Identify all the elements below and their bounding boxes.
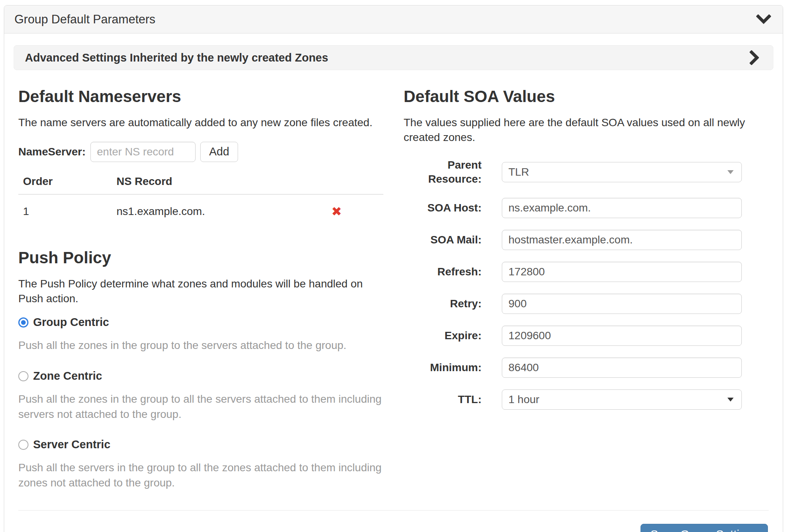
table-row: 1 ns1.example.com. ✖	[18, 194, 383, 223]
chevron-right-icon[interactable]	[750, 50, 759, 65]
column-header-order: Order	[18, 173, 112, 194]
add-nameserver-button[interactable]: Add	[200, 142, 238, 162]
group-default-parameters-panel: Group Default Parameters Advanced Settin…	[4, 5, 783, 532]
minimum-input[interactable]	[502, 358, 742, 378]
push-policy-heading: Push Policy	[18, 248, 383, 267]
column-header-action	[290, 173, 383, 194]
right-column: Default SOA Values The values supplied h…	[404, 87, 769, 491]
panel-body: Advanced Settings Inherited by the newly…	[4, 33, 783, 532]
ttl-label: TTL:	[404, 393, 482, 407]
expire-label: Expire:	[404, 329, 482, 343]
soa-mail-label: SOA Mail:	[404, 233, 482, 247]
panel-title: Group Default Parameters	[14, 12, 756, 26]
radio-option-zone-centric[interactable]: Zone Centric	[18, 370, 383, 382]
radio-description: Push all the zones in the group to all t…	[18, 392, 383, 422]
panel-footer: Save Group Settings	[18, 510, 769, 532]
field-expire: Expire:	[404, 326, 769, 346]
expire-input[interactable]	[502, 326, 742, 346]
radio-description: Push all the zones in the group to the s…	[18, 338, 383, 353]
parent-resource-select[interactable]: TLR	[502, 162, 742, 182]
save-group-settings-button[interactable]: Save Group Settings	[641, 524, 768, 532]
refresh-input[interactable]	[502, 262, 742, 282]
push-policy-description: The Push Policy determine what zones and…	[18, 277, 369, 306]
panel-header[interactable]: Group Default Parameters	[4, 5, 783, 33]
soa-host-label: SOA Host:	[404, 201, 482, 215]
field-retry: Retry:	[404, 294, 769, 314]
radio-option-group-centric[interactable]: Group Centric	[18, 316, 383, 329]
soa-form: Parent Resource: TLR SOA Host: SOA Mail:	[404, 158, 769, 410]
caret-down-icon	[727, 398, 734, 402]
nameservers-heading: Default Nameservers	[18, 87, 383, 106]
minimum-label: Minimum:	[404, 361, 482, 375]
radio-label: Zone Centric	[33, 370, 102, 382]
cell-ns-record: ns1.example.com.	[112, 194, 290, 223]
field-parent-resource: Parent Resource: TLR	[404, 158, 769, 187]
column-header-ns-record: NS Record	[112, 173, 290, 194]
soa-heading: Default SOA Values	[404, 87, 769, 106]
retry-label: Retry:	[404, 297, 482, 311]
advanced-settings-bar[interactable]: Advanced Settings Inherited by the newly…	[14, 45, 773, 70]
advanced-settings-label: Advanced Settings Inherited by the newly…	[25, 51, 750, 64]
field-minimum: Minimum:	[404, 358, 769, 378]
caret-down-icon	[727, 170, 734, 174]
soa-description: The values supplied here are the default…	[404, 115, 756, 145]
refresh-label: Refresh:	[404, 265, 482, 279]
radio-unselected-icon[interactable]	[18, 440, 28, 450]
retry-input[interactable]	[502, 294, 742, 314]
radio-description: Push all the servers in the group to all…	[18, 460, 383, 490]
nameservers-description: The name servers are automatically added…	[18, 115, 383, 130]
cell-order: 1	[18, 194, 112, 223]
nameservers-table: Order NS Record 1 ns1.example.com. ✖	[18, 173, 383, 223]
field-ttl: TTL: 1 hour	[404, 389, 769, 410]
select-value: TLR	[508, 166, 727, 178]
ttl-select[interactable]: 1 hour	[502, 389, 742, 410]
left-column: Default Nameservers The name servers are…	[18, 87, 383, 491]
chevron-down-icon[interactable]	[756, 14, 771, 25]
radio-selected-icon[interactable]	[18, 317, 28, 328]
parent-resource-label: Parent Resource:	[404, 158, 482, 187]
delete-record-icon[interactable]: ✖	[332, 204, 342, 219]
select-value: 1 hour	[508, 393, 727, 406]
nameserver-add-row: NameServer: Add	[18, 142, 383, 162]
soa-mail-input[interactable]	[502, 230, 742, 250]
field-soa-host: SOA Host:	[404, 198, 769, 218]
radio-label: Group Centric	[33, 316, 109, 329]
field-soa-mail: SOA Mail:	[404, 230, 769, 250]
radio-label: Server Centric	[33, 438, 110, 451]
soa-host-input[interactable]	[502, 198, 742, 218]
radio-unselected-icon[interactable]	[18, 371, 28, 381]
radio-option-server-centric[interactable]: Server Centric	[18, 438, 383, 451]
push-policy-section: Push Policy The Push Policy determine wh…	[18, 248, 383, 491]
nameserver-label: NameServer:	[18, 146, 86, 158]
field-refresh: Refresh:	[404, 262, 769, 282]
nameserver-input[interactable]	[90, 142, 196, 162]
